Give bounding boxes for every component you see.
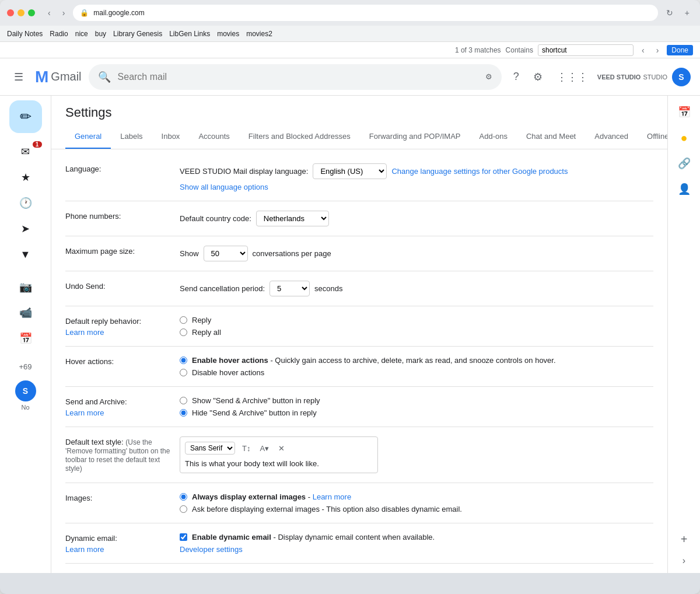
dynamic-control: Enable dynamic email - Display dynamic e…: [180, 533, 653, 554]
bookmark-nice[interactable]: nice: [75, 30, 88, 38]
images-ask-option[interactable]: Ask before displaying external images - …: [180, 505, 653, 513]
images-always-radio[interactable]: [180, 493, 187, 501]
tab-inbox[interactable]: Inbox: [152, 125, 190, 149]
compose-button[interactable]: ✏: [9, 100, 42, 133]
undo-control: Send cancellation period: 5 10 20 30 sec…: [180, 281, 653, 296]
address-bar[interactable]: 🔒 mail.google.com: [73, 5, 657, 21]
sidebar-item-starred[interactable]: ★: [5, 166, 47, 189]
language-select[interactable]: English (US): [313, 163, 387, 179]
tab-general[interactable]: General: [65, 125, 111, 149]
language-change-link[interactable]: Change language settings for other Googl…: [391, 167, 568, 176]
search-bar[interactable]: 🔍 ⚙: [89, 64, 502, 90]
find-input[interactable]: [538, 44, 634, 56]
archive-show-radio[interactable]: [180, 397, 187, 404]
dynamic-checkbox[interactable]: [180, 533, 187, 541]
hover-option-enable[interactable]: Enable hover actions - Quickly gain acce…: [180, 356, 653, 365]
refresh-button[interactable]: ↻: [663, 6, 677, 20]
archive-row: Send and Archive: Learn more Show "Send …: [65, 387, 653, 427]
archive-learn-more-link[interactable]: Learn more: [65, 408, 170, 417]
bookmark-libgen-links[interactable]: LibGen Links: [169, 30, 210, 38]
sidebar-item-sent[interactable]: ➤: [5, 217, 47, 240]
find-done-button[interactable]: Done: [667, 45, 693, 55]
text-color-button[interactable]: A▾: [257, 443, 271, 454]
avatar-button[interactable]: S: [672, 68, 691, 86]
phone-country-select[interactable]: Netherlands: [256, 211, 329, 226]
sidebar-item-video[interactable]: 📹: [5, 301, 47, 324]
sidebar-item-camera[interactable]: 📷: [5, 275, 47, 299]
text-toolbar: Sans Serif T↕ A▾ ✕: [185, 442, 373, 455]
hover-option-disable[interactable]: Disable hover actions: [180, 368, 653, 377]
right-calendar-icon[interactable]: 📅: [673, 100, 696, 124]
menu-button[interactable]: ☰: [9, 66, 28, 88]
search-input[interactable]: [118, 72, 478, 82]
language-display-label: VEED STUDIO Mail display language:: [180, 167, 308, 176]
archive-hide-option[interactable]: Hide "Send & Archive" button in reply: [180, 408, 653, 417]
help-button[interactable]: ?: [509, 66, 524, 88]
bookmark-buy[interactable]: buy: [95, 30, 106, 38]
find-prev[interactable]: ‹: [638, 43, 648, 57]
pagesize-select[interactable]: 50 25 100: [204, 246, 248, 261]
archive-show-option[interactable]: Show "Send & Archive" button in reply: [180, 396, 653, 405]
bookmark-daily-notes[interactable]: Daily Notes: [7, 30, 43, 38]
bookmark-movies2[interactable]: movies2: [246, 30, 272, 38]
dynamic-checkbox-option[interactable]: Enable dynamic email - Display dynamic e…: [180, 533, 653, 541]
find-next[interactable]: ›: [653, 43, 663, 57]
bookmark-radio[interactable]: Radio: [50, 30, 68, 38]
sidebar-no-label: No: [21, 404, 29, 411]
calendar-icon: 📅: [19, 332, 32, 345]
tab-forwarding[interactable]: Forwarding and POP/IMAP: [360, 125, 470, 149]
new-tab-button[interactable]: +: [681, 6, 693, 20]
bookmark-library-genesis[interactable]: Library Genesis: [113, 30, 162, 38]
browser-window: ‹ › 🔒 mail.google.com ↻ + Daily Notes Ra…: [0, 0, 700, 594]
minimize-button[interactable]: [18, 9, 24, 16]
font-select[interactable]: Sans Serif: [185, 442, 235, 455]
sidebar-item-snoozed[interactable]: 🕐: [5, 191, 47, 215]
replyall-radio[interactable]: [180, 329, 187, 336]
sidebar-item-more[interactable]: ▼: [5, 243, 47, 266]
reply-control: Reply Reply all: [180, 316, 653, 337]
sidebar-item-contacts-small[interactable]: +69: [5, 355, 47, 378]
developer-settings-link[interactable]: Developer settings: [180, 545, 653, 554]
close-button[interactable]: [7, 9, 14, 16]
hover-enable-radio[interactable]: [180, 357, 187, 364]
images-ask-radio[interactable]: [180, 505, 187, 513]
reply-option-replyall[interactable]: Reply all: [180, 328, 653, 337]
text-size-button[interactable]: T↕: [240, 443, 253, 454]
right-tasks-icon[interactable]: 🔗: [673, 152, 696, 175]
tab-labels[interactable]: Labels: [111, 125, 152, 149]
text-remove-format-button[interactable]: ✕: [276, 443, 287, 454]
dynamic-learn-more-link[interactable]: Learn more: [65, 545, 170, 554]
hover-disable-radio[interactable]: [180, 369, 187, 376]
apps-button[interactable]: ⋮⋮⋮: [552, 66, 593, 88]
undo-period-select[interactable]: 5 10 20 30: [270, 281, 310, 296]
language-show-all-link[interactable]: Show all language options: [180, 183, 653, 191]
back-button[interactable]: ‹: [44, 6, 54, 20]
reply-option-reply[interactable]: Reply: [180, 316, 653, 324]
images-always-option[interactable]: Always display external images - Learn m…: [180, 492, 653, 501]
secure-icon: 🔒: [80, 9, 89, 17]
reply-label-text: Reply: [192, 316, 211, 324]
forward-button[interactable]: ›: [59, 6, 69, 20]
reply-learn-more-link[interactable]: Learn more: [65, 328, 170, 337]
right-keep-icon[interactable]: ●: [673, 126, 696, 149]
sidebar-item-inbox[interactable]: ✉ 1: [5, 140, 47, 163]
sidebar-avatar[interactable]: S: [15, 380, 36, 401]
tab-addons[interactable]: Add-ons: [470, 125, 517, 149]
maximize-button[interactable]: [28, 9, 35, 16]
tab-advanced[interactable]: Advanced: [585, 125, 638, 149]
sidebar-item-calendar[interactable]: 📅: [5, 327, 47, 350]
tab-filters[interactable]: Filters and Blocked Addresses: [239, 125, 360, 149]
search-filters-icon[interactable]: ⚙: [485, 72, 492, 81]
tab-chat[interactable]: Chat and Meet: [517, 125, 585, 149]
images-learn-more-link[interactable]: Learn more: [313, 492, 351, 501]
right-add-icon[interactable]: +: [673, 527, 696, 551]
settings-button[interactable]: ⚙: [528, 66, 547, 88]
reply-radio[interactable]: [180, 316, 187, 324]
right-contacts-icon[interactable]: 👤: [673, 177, 696, 201]
tab-offline[interactable]: Offline: [638, 125, 667, 149]
right-expand-icon[interactable]: ›: [680, 553, 688, 568]
replyall-label-text: Reply all: [192, 328, 221, 337]
archive-hide-radio[interactable]: [180, 409, 187, 417]
tab-accounts[interactable]: Accounts: [189, 125, 239, 149]
bookmark-movies[interactable]: movies: [217, 30, 239, 38]
